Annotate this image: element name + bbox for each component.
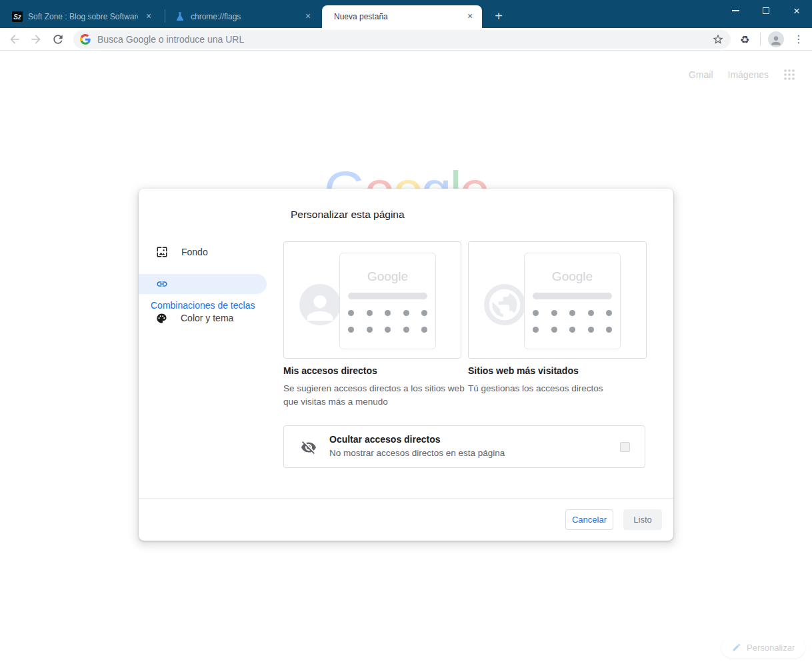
new-tab-button[interactable]: + (491, 9, 506, 24)
card-desc-most-visited: Tú gestionas los accesos directos (468, 382, 649, 395)
tab-chrome-flags[interactable]: chrome://flags × (168, 5, 320, 28)
close-window-button[interactable]: × (781, 0, 812, 21)
minipage-google-text: Google (525, 269, 620, 284)
option-card-most-visited[interactable]: Google (468, 241, 647, 359)
customize-dialog: Personalizar esta página Fondo Combinaci… (139, 189, 673, 541)
card-title-my-shortcuts: Mis accesos directos (283, 365, 377, 376)
tab-title: chrome://flags (191, 12, 297, 21)
toolbar: ♻ ⋮ (0, 28, 812, 51)
sidebar-item-fondo[interactable]: Fondo (156, 245, 208, 259)
dialog-title: Personalizar esta página (291, 209, 405, 221)
back-icon[interactable] (8, 33, 21, 46)
minipage-preview: Google (524, 253, 621, 349)
tab-nueva-pestana[interactable]: Nueva pestaña × (322, 5, 482, 28)
softzone-favicon-icon: Sz (12, 11, 23, 22)
window-controls: × (720, 0, 812, 21)
minimize-icon (732, 10, 739, 11)
recycle-extension-icon[interactable]: ♻ (740, 33, 749, 46)
sidebar-label-shortcuts[interactable]: Combinaciones de teclas (151, 300, 255, 311)
done-button[interactable]: Listo (623, 509, 662, 530)
google-g-icon (80, 34, 91, 45)
close-tab-icon[interactable]: × (143, 11, 154, 22)
option-card-my-shortcuts[interactable]: Google (283, 241, 461, 359)
maximize-icon (763, 7, 769, 14)
url-input[interactable] (97, 34, 712, 45)
address-bar[interactable] (73, 30, 731, 49)
tab-softzone[interactable]: Sz Soft Zone : Blog sobre Software d × (5, 5, 161, 28)
reload-icon[interactable] (51, 33, 65, 46)
hide-shortcuts-checkbox[interactable] (620, 442, 630, 452)
minipage-searchbar (348, 293, 427, 299)
minipage-shortcut-dots (525, 310, 620, 316)
eye-off-icon (301, 439, 317, 455)
wallpaper-icon (156, 246, 168, 258)
hide-shortcuts-title: Ocultar accesos directos (329, 434, 441, 445)
sidebar-item-color-tema[interactable]: Color y tema (156, 311, 233, 325)
tab-strip: Sz Soft Zone : Blog sobre Software d × c… (0, 0, 812, 28)
link-icon (156, 278, 168, 290)
minipage-shortcut-dots (340, 310, 435, 316)
browser-window: Sz Soft Zone : Blog sobre Software d × c… (0, 0, 812, 668)
globe-avatar (484, 284, 525, 325)
globe-icon (486, 286, 523, 323)
palette-icon (156, 313, 167, 324)
minimize-button[interactable] (720, 0, 751, 21)
tab-separator (165, 9, 165, 23)
tab-title: Nueva pestaña (334, 12, 459, 21)
minipage-shortcut-dots (340, 327, 435, 333)
minipage-shortcut-dots (525, 327, 620, 333)
forward-icon[interactable] (29, 33, 43, 46)
card-desc-my-shortcuts: Se sugieren accesos directos a los sitio… (283, 382, 465, 409)
flask-icon (175, 11, 185, 22)
hide-shortcuts-row[interactable]: Ocultar accesos directos No mostrar acce… (283, 425, 645, 468)
maximize-button[interactable] (751, 0, 781, 21)
close-tab-icon[interactable]: × (465, 11, 475, 22)
person-avatar (299, 284, 341, 325)
card-title-most-visited: Sitios web más visitados (468, 365, 579, 376)
cancel-button[interactable]: Cancelar (565, 509, 613, 530)
sidebar-item-shortcuts-selected[interactable] (139, 274, 267, 294)
close-icon: × (793, 5, 800, 17)
bookmark-star-icon[interactable] (712, 33, 724, 45)
new-tab-page: Gmail Imágenes Google Personalizar Perso… (0, 51, 812, 668)
close-tab-icon[interactable]: × (303, 11, 313, 22)
minipage-searchbar (533, 293, 612, 299)
dialog-footer-divider (139, 498, 673, 499)
person-icon (301, 289, 339, 325)
tab-title: Soft Zone : Blog sobre Software d (28, 12, 138, 21)
hide-shortcuts-description: No mostrar accesos directos en esta pági… (329, 448, 505, 458)
minipage-google-text: Google (340, 269, 435, 284)
sidebar-label-fondo: Fondo (181, 247, 208, 257)
toolbar-separator (760, 33, 761, 46)
browser-menu-icon[interactable]: ⋮ (793, 31, 804, 47)
sidebar-label-color-tema: Color y tema (181, 313, 233, 323)
person-icon (769, 34, 783, 47)
minipage-preview: Google (339, 253, 436, 349)
profile-avatar[interactable] (768, 31, 784, 47)
